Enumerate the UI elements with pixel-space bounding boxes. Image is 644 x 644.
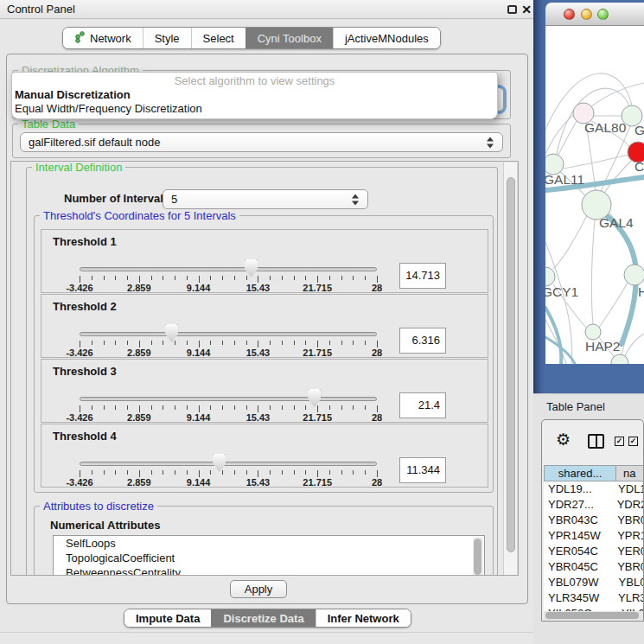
table-data-group: Table Data galFiltered.sif default node <box>12 124 511 158</box>
threshold-value-field[interactable]: 6.316 <box>399 328 446 354</box>
column-header-name[interactable]: na <box>616 465 644 481</box>
threshold-value-field[interactable]: 14.713 <box>399 263 446 289</box>
threshold-value-field[interactable]: 21.4 <box>399 392 446 418</box>
table-row[interactable]: YLR345WYLR3 <box>544 590 644 606</box>
tick-mark <box>175 405 175 410</box>
table-row[interactable]: YBL079WYBL0 <box>544 575 644 590</box>
tab-label: jActiveMNodules <box>345 32 429 45</box>
number-of-intervals-value: 5 <box>171 190 177 209</box>
column-header-shared[interactable]: shared... <box>544 465 616 481</box>
tick-mark <box>305 276 306 280</box>
number-of-intervals-spinner[interactable]: 5 <box>163 189 368 209</box>
slider-thumb[interactable] <box>245 259 258 277</box>
tick-label: 21.715 <box>303 348 332 358</box>
tick-mark <box>163 341 163 345</box>
tick-mark <box>317 341 318 348</box>
close-icon[interactable]: ✕ <box>520 2 532 17</box>
network-canvas[interactable]: GAL80GACGAL11GAL4GCY1HHAP2 <box>545 26 644 364</box>
cell-name: YLR3 <box>613 590 644 606</box>
table-row[interactable]: YDR27...YDR2 <box>544 497 644 513</box>
slider-track[interactable] <box>80 332 377 336</box>
slider-track[interactable] <box>80 267 377 271</box>
tick-mark <box>282 470 283 475</box>
tick-mark <box>115 276 116 280</box>
tick-mark <box>258 276 258 283</box>
tick-mark <box>104 276 105 280</box>
tab-label: Discretize Data <box>223 612 303 625</box>
tick-mark <box>92 405 92 410</box>
apply-button[interactable]: Apply <box>230 580 287 598</box>
tick-mark <box>234 470 235 475</box>
tab-select[interactable]: Select <box>191 28 245 48</box>
tab-infer-network[interactable]: Infer Network <box>316 609 411 627</box>
list-item[interactable]: TopologicalCoefficient <box>54 551 484 565</box>
table-row[interactable]: YBR043CYBR0 <box>544 513 644 528</box>
threshold-row: Threshold 1-3.4262.8599.14415.4321.71528… <box>41 229 488 293</box>
tick-label: 2.859 <box>127 477 151 488</box>
tick-label: 28 <box>372 348 382 358</box>
table-data-combobox[interactable]: galFiltered.sif default node <box>20 132 503 152</box>
tick-mark <box>377 405 378 412</box>
tick-mark <box>104 470 105 475</box>
cell-name: YDR2 <box>612 497 644 513</box>
slider-track[interactable] <box>80 397 377 401</box>
table-row[interactable]: YER054CYER0 <box>544 544 644 559</box>
checkbox-icon[interactable]: ✓ <box>628 437 638 446</box>
list-item[interactable]: BetweennessCentrality <box>54 565 484 576</box>
settings-scrollbar-thumb[interactable] <box>507 177 515 552</box>
numerical-attributes-list[interactable]: SelfLoopsTopologicalCoefficientBetweenne… <box>53 535 485 576</box>
split-view-icon[interactable] <box>588 434 604 449</box>
close-traffic-light-icon[interactable] <box>564 9 575 20</box>
tick-mark <box>341 276 342 280</box>
tab-network[interactable]: Network <box>63 28 143 48</box>
tab-jactivemnodules[interactable]: jActiveMNodules <box>333 28 440 48</box>
tick-mark <box>115 341 116 345</box>
network-node-gcy1[interactable] <box>545 267 555 286</box>
dropdown-item-manual-discretization[interactable]: Manual Discretization <box>12 88 497 102</box>
tick-label: -3.426 <box>66 348 92 358</box>
tick-label: 21.715 <box>303 283 332 293</box>
network-node-hap2[interactable] <box>585 324 601 340</box>
zoom-traffic-light-icon[interactable] <box>597 9 609 20</box>
minimize-traffic-light-icon[interactable] <box>581 9 592 20</box>
tab-cyni-toolbox[interactable]: Cyni Toolbox <box>245 28 333 48</box>
tick-mark <box>258 405 258 412</box>
table-row[interactable]: YDL19...YDL1 <box>544 481 644 497</box>
tab-style[interactable]: Style <box>143 28 191 48</box>
list-scrollbar-thumb[interactable] <box>474 539 481 575</box>
table-scrollbar-thumb[interactable] <box>545 612 639 619</box>
tab-label: Impute Data <box>136 612 200 625</box>
slider-thumb[interactable] <box>308 389 321 407</box>
tick-mark <box>80 341 80 348</box>
float-window-icon[interactable] <box>507 5 517 14</box>
table-body: YDL19...YDL1YDR27...YDR2YBR043CYBR0YPR14… <box>544 481 644 611</box>
tick-label: -3.426 <box>66 477 92 488</box>
list-item[interactable]: SelfLoops <box>54 536 484 551</box>
tab-label: Network <box>90 32 131 45</box>
slider-thumb[interactable] <box>213 454 226 472</box>
tick-mark <box>246 276 247 280</box>
network-node-h[interactable] <box>624 265 644 285</box>
slider-thumb[interactable] <box>165 324 178 342</box>
settings-scrollbar[interactable] <box>503 163 518 575</box>
gear-icon[interactable]: ⚙ <box>556 430 571 450</box>
attributes-to-discretize-group: Attributes to discretize Numerical Attri… <box>34 506 494 576</box>
tick-mark <box>104 341 105 345</box>
list-scrollbar[interactable] <box>473 537 483 576</box>
threshold-value-field[interactable]: 11.344 <box>399 457 446 483</box>
tab-discretize-data[interactable]: Discretize Data <box>211 609 315 627</box>
table-horizontal-scrollbar[interactable] <box>544 611 643 620</box>
table-row[interactable]: YBR045CYBR0 <box>544 559 644 575</box>
window-bottom-edge <box>0 632 533 633</box>
tick-label: 9.144 <box>187 477 211 488</box>
checkbox-icon[interactable]: ✓ <box>615 437 624 446</box>
cell-shared-name: YER054C <box>544 544 612 559</box>
slider-track[interactable] <box>80 462 377 466</box>
tab-impute-data[interactable]: Impute Data <box>124 609 211 627</box>
numerical-attributes-label: Numerical Attributes <box>50 519 160 532</box>
tick-mark <box>175 470 175 475</box>
table-data-selected-value: galFiltered.sif default node <box>29 133 160 152</box>
dropdown-item-equal-width-frequency[interactable]: Equal Width/Frequency Discretization <box>12 102 497 116</box>
tick-mark <box>305 405 306 410</box>
table-row[interactable]: YPR145WYPR1 <box>544 528 644 544</box>
